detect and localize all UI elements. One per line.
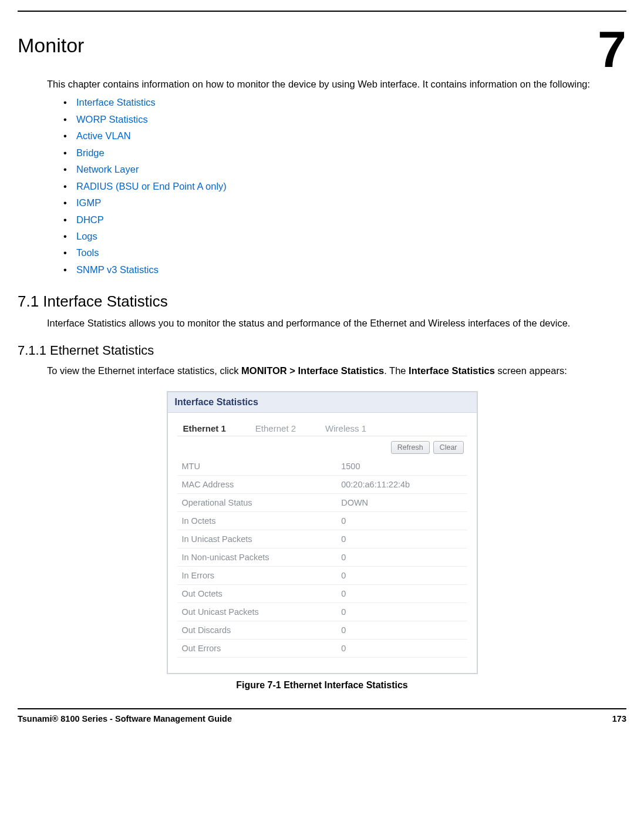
bullet-icon: • <box>63 163 67 176</box>
stat-label: Out Octets <box>177 584 337 603</box>
section-heading-7-1-1: 7.1.1 Ethernet Statistics <box>18 343 626 358</box>
stat-value: 0 <box>336 621 467 639</box>
top-rule <box>18 11 626 12</box>
tab-ethernet-2[interactable]: Ethernet 2 <box>255 423 296 433</box>
toc-link: IGMP <box>76 197 101 208</box>
toc-item[interactable]: •Interface Statistics <box>63 96 615 109</box>
tab-wireless-1[interactable]: Wireless 1 <box>325 423 366 433</box>
table-row: MAC Address00:20:a6:11:22:4b <box>177 475 467 493</box>
stat-label: MAC Address <box>177 475 337 493</box>
table-row: MTU1500 <box>177 457 467 476</box>
clear-button[interactable]: Clear <box>433 441 464 454</box>
bullet-icon: • <box>63 264 67 276</box>
toc-item[interactable]: •IGMP <box>63 197 615 209</box>
bullet-icon: • <box>63 147 67 159</box>
figure-caption: Figure 7-1 Ethernet Interface Statistics <box>18 680 626 691</box>
stat-label: MTU <box>177 457 337 476</box>
section-7-1-1-paragraph: To view the Ethernet interface statistic… <box>47 364 615 377</box>
button-row: Refresh Clear <box>177 441 464 454</box>
stat-value: 0 <box>336 566 467 584</box>
toc-link: Interface Statistics <box>76 97 156 107</box>
para-text: screen appears: <box>495 365 567 376</box>
stat-label: In Non-unicast Packets <box>177 548 337 566</box>
bullet-icon: • <box>63 130 67 142</box>
para-text: To view the Ethernet interface statistic… <box>47 365 241 376</box>
toc-item[interactable]: •SNMP v3 Statistics <box>63 264 615 276</box>
toc-item[interactable]: •DHCP <box>63 214 615 226</box>
toc-link: Network Layer <box>76 164 139 174</box>
tab-ethernet-1[interactable]: Ethernet 1 <box>183 423 226 433</box>
bullet-icon: • <box>63 230 67 243</box>
bullet-icon: • <box>63 180 67 193</box>
table-row: In Unicast Packets0 <box>177 530 467 548</box>
stat-value: 1500 <box>336 457 467 476</box>
toc-link: DHCP <box>76 214 104 225</box>
table-row: Out Octets0 <box>177 584 467 603</box>
toc-link: Tools <box>76 247 99 258</box>
stat-value: 0 <box>336 548 467 566</box>
panel-title: Interface Statistics <box>168 392 477 413</box>
stat-value: 00:20:a6:11:22:4b <box>336 475 467 493</box>
table-row: Out Discards0 <box>177 621 467 639</box>
toc-item[interactable]: •Active VLAN <box>63 130 615 142</box>
toc-item[interactable]: •WORP Statistics <box>63 113 615 126</box>
toc-item[interactable]: •Bridge <box>63 147 615 159</box>
table-row: In Errors0 <box>177 566 467 584</box>
footer-left: Tsunami® 8100 Series - Software Manageme… <box>18 714 232 723</box>
bullet-icon: • <box>63 96 67 109</box>
bullet-icon: • <box>63 247 67 259</box>
toc-list: •Interface Statistics •WORP Statistics •… <box>63 96 615 276</box>
stat-label: Out Discards <box>177 621 337 639</box>
stat-label: In Unicast Packets <box>177 530 337 548</box>
page-footer: Tsunami® 8100 Series - Software Manageme… <box>0 709 644 734</box>
stat-label: Out Unicast Packets <box>177 603 337 621</box>
stat-value: 0 <box>336 639 467 657</box>
stat-label: Operational Status <box>177 493 337 511</box>
table-row: In Octets0 <box>177 511 467 530</box>
stat-label: In Octets <box>177 511 337 530</box>
table-row: Out Errors0 <box>177 639 467 657</box>
toc-item[interactable]: •RADIUS (BSU or End Point A only) <box>63 180 615 193</box>
para-text: . The <box>384 365 409 376</box>
section-heading-7-1: 7.1 Interface Statistics <box>18 292 626 311</box>
tabs-row: Ethernet 1 Ethernet 2 Wireless 1 <box>177 419 467 436</box>
interface-statistics-panel: Interface Statistics Ethernet 1 Ethernet… <box>167 391 478 674</box>
toc-item[interactable]: •Tools <box>63 247 615 259</box>
bullet-icon: • <box>63 197 67 209</box>
toc-item[interactable]: •Logs <box>63 230 615 243</box>
stat-value: 0 <box>336 584 467 603</box>
bullet-icon: • <box>63 113 67 126</box>
table-row: Operational StatusDOWN <box>177 493 467 511</box>
stat-value: 0 <box>336 603 467 621</box>
stat-value: 0 <box>336 511 467 530</box>
footer-page-number: 173 <box>612 714 626 723</box>
toc-link: Active VLAN <box>76 130 131 141</box>
toc-link: Logs <box>76 231 97 241</box>
stat-value: 0 <box>336 530 467 548</box>
intro-paragraph: This chapter contains information on how… <box>47 78 615 90</box>
para-bold: MONITOR > Interface Statistics <box>241 365 384 376</box>
toc-link: SNMP v3 Statistics <box>76 264 159 275</box>
para-bold: Interface Statistics <box>409 365 495 376</box>
bullet-icon: • <box>63 214 67 226</box>
section-7-1-paragraph: Interface Statistics allows you to monit… <box>47 317 615 329</box>
stat-label: Out Errors <box>177 639 337 657</box>
table-row: In Non-unicast Packets0 <box>177 548 467 566</box>
toc-item[interactable]: •Network Layer <box>63 163 615 176</box>
stat-label: In Errors <box>177 566 337 584</box>
refresh-button[interactable]: Refresh <box>391 441 430 454</box>
statistics-table: MTU1500 MAC Address00:20:a6:11:22:4b Ope… <box>177 457 467 658</box>
toc-link: WORP Statistics <box>76 114 148 124</box>
table-row: Out Unicast Packets0 <box>177 603 467 621</box>
toc-link: RADIUS (BSU or End Point A only) <box>76 181 227 191</box>
stat-value: DOWN <box>336 493 467 511</box>
chapter-title: Monitor <box>18 34 626 57</box>
toc-link: Bridge <box>76 147 104 158</box>
chapter-number: 7 <box>598 23 626 75</box>
